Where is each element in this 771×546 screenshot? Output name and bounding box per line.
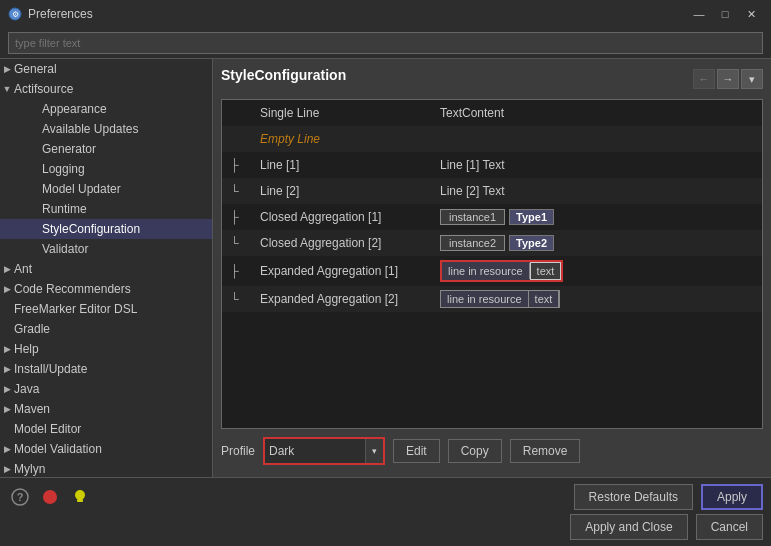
resource-text: text: [529, 291, 560, 307]
sidebar-item-ant[interactable]: ▶ Ant: [0, 259, 212, 279]
sidebar-item-model-updater[interactable]: Model Updater: [0, 179, 212, 199]
no-arrow: [28, 242, 42, 256]
tree-node-cell: ├: [222, 256, 252, 286]
expand-arrow: ▶: [0, 382, 14, 396]
window-title: Preferences: [28, 7, 687, 21]
row-value: line in resource text: [432, 256, 762, 286]
profile-select[interactable]: Dark Light Default: [265, 439, 365, 463]
bottom-bar: ? Restore Defaults Apply Apply and Close…: [0, 477, 771, 546]
expand-arrow: ▶: [0, 402, 14, 416]
svg-point-5: [75, 490, 85, 500]
expand-arrow: ▶: [0, 262, 14, 276]
close-button[interactable]: ✕: [739, 5, 763, 23]
sidebar-item-runtime[interactable]: Runtime: [0, 199, 212, 219]
main-content: ▶ General ▼ Actifsource Appearance Avail…: [0, 59, 771, 477]
help-button[interactable]: ?: [8, 485, 32, 509]
row-label: Empty Line: [252, 126, 432, 152]
apply-button[interactable]: Apply: [701, 484, 763, 510]
sidebar-item-code-recommenders[interactable]: ▶ Code Recommenders: [0, 279, 212, 299]
restore-defaults-button[interactable]: Restore Defaults: [574, 484, 693, 510]
resource-text: text: [530, 262, 562, 280]
instance-box: instance1 Type1: [440, 209, 554, 225]
filter-input[interactable]: [8, 32, 763, 54]
maximize-button[interactable]: □: [713, 5, 737, 23]
table-row: ├ Expanded Aggregation [1] line in resou…: [222, 256, 762, 286]
svg-text:⚙: ⚙: [12, 10, 19, 19]
svg-rect-6: [77, 499, 83, 502]
bottom-row1: ? Restore Defaults Apply: [8, 484, 763, 510]
style-preview: Single Line TextContent Empty Line ├ Lin…: [221, 99, 763, 429]
sidebar-item-styleconfiguration[interactable]: StyleConfiguration: [0, 219, 212, 239]
sidebar-item-java[interactable]: ▶ Java: [0, 379, 212, 399]
table-row: ├ Line [1] Line [1] Text: [222, 152, 762, 178]
table-row: └ Closed Aggregation [2] instance2 Type2: [222, 230, 762, 256]
type-label: Type2: [509, 235, 554, 251]
app-icon: ⚙: [8, 7, 22, 21]
sidebar-item-appearance[interactable]: Appearance: [0, 99, 212, 119]
no-arrow: [0, 302, 14, 316]
bulb-button[interactable]: [68, 485, 92, 509]
sidebar-item-generator[interactable]: Generator: [0, 139, 212, 159]
sidebar-item-actifsource[interactable]: ▼ Actifsource: [0, 79, 212, 99]
sidebar-item-model-editor[interactable]: Model Editor: [0, 419, 212, 439]
sidebar-item-mylyn[interactable]: ▶ Mylyn: [0, 459, 212, 477]
no-arrow: [0, 422, 14, 436]
expand-arrow: ▶: [0, 342, 14, 356]
tree-node-cell: [222, 100, 252, 126]
chevron-down-icon: ▾: [365, 439, 383, 463]
style-table: Single Line TextContent Empty Line ├ Lin…: [222, 100, 762, 312]
instance-label: instance1: [440, 209, 505, 225]
row-value: instance2 Type2: [432, 230, 762, 256]
no-arrow: [28, 202, 42, 216]
minimize-button[interactable]: —: [687, 5, 711, 23]
filter-bar: [0, 28, 771, 59]
tree-node-cell: └: [222, 178, 252, 204]
sidebar-item-maven[interactable]: ▶ Maven: [0, 399, 212, 419]
sidebar-item-logging[interactable]: Logging: [0, 159, 212, 179]
nav-forward-button[interactable]: →: [717, 69, 739, 89]
sidebar-item-freemarker[interactable]: FreeMarker Editor DSL: [0, 299, 212, 319]
resource-box: line in resource text: [440, 290, 560, 308]
row-label: Closed Aggregation [2]: [252, 230, 432, 256]
no-arrow: [28, 102, 42, 116]
copy-button[interactable]: Copy: [448, 439, 502, 463]
bottom-left: ?: [8, 485, 92, 509]
expand-arrow: ▶: [0, 282, 14, 296]
stop-button[interactable]: [38, 485, 62, 509]
table-row: └ Expanded Aggregation [2] line in resou…: [222, 286, 762, 312]
tree-node-cell: └: [222, 230, 252, 256]
nav-arrows: ← → ▾: [693, 69, 763, 89]
title-bar: ⚙ Preferences — □ ✕: [0, 0, 771, 28]
nav-dropdown-button[interactable]: ▾: [741, 69, 763, 89]
expand-arrow: ▶: [0, 462, 14, 476]
profile-label: Profile: [221, 444, 255, 458]
tree-node-cell: ├: [222, 204, 252, 230]
instance-box: instance2 Type2: [440, 235, 554, 251]
sidebar: ▶ General ▼ Actifsource Appearance Avail…: [0, 59, 213, 477]
sidebar-item-gradle[interactable]: Gradle: [0, 319, 212, 339]
svg-text:?: ?: [17, 491, 24, 503]
apply-and-close-button[interactable]: Apply and Close: [570, 514, 687, 540]
edit-button[interactable]: Edit: [393, 439, 440, 463]
tree-node-cell: └: [222, 286, 252, 312]
row-label: Expanded Aggregation [2]: [252, 286, 432, 312]
sidebar-item-install-update[interactable]: ▶ Install/Update: [0, 359, 212, 379]
sidebar-item-help[interactable]: ▶ Help: [0, 339, 212, 359]
no-arrow: [28, 162, 42, 176]
svg-point-4: [43, 490, 57, 504]
no-arrow: [28, 182, 42, 196]
remove-button[interactable]: Remove: [510, 439, 581, 463]
nav-back-button[interactable]: ←: [693, 69, 715, 89]
window-controls: — □ ✕: [687, 5, 763, 23]
row-label: Closed Aggregation [1]: [252, 204, 432, 230]
sidebar-item-model-validation[interactable]: ▶ Model Validation: [0, 439, 212, 459]
row-value: Line [1] Text: [432, 152, 762, 178]
row-label: Line [2]: [252, 178, 432, 204]
bottom-right-row1: Restore Defaults Apply: [574, 484, 763, 510]
sidebar-item-general[interactable]: ▶ General: [0, 59, 212, 79]
profile-select-wrapper: Dark Light Default ▾: [263, 437, 385, 465]
cancel-button[interactable]: Cancel: [696, 514, 763, 540]
tree-node-cell: ├: [222, 152, 252, 178]
sidebar-item-available-updates[interactable]: Available Updates: [0, 119, 212, 139]
sidebar-item-validator[interactable]: Validator: [0, 239, 212, 259]
